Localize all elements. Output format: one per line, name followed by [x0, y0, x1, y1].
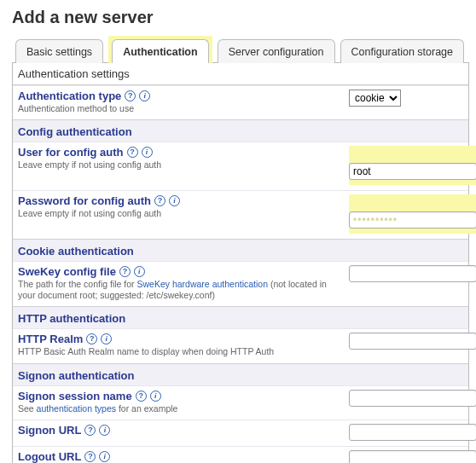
logout-url-label: Logout URL	[18, 450, 81, 463]
help-icon[interactable]	[84, 425, 96, 436]
config-pass-hint: Leave empty if not using config auth	[18, 208, 334, 219]
auth-type-label: Authentication type	[18, 90, 121, 102]
page-title: Add a new server	[12, 8, 469, 27]
help-icon[interactable]	[86, 333, 97, 344]
panel-title: Authentication settings	[13, 63, 468, 85]
config-pass-input[interactable]	[349, 211, 476, 229]
signon-session-input[interactable]	[349, 390, 476, 407]
swekey-link[interactable]: SweKey hardware authentication	[137, 279, 269, 289]
info-icon[interactable]	[169, 195, 180, 206]
row-config-user: User for config auth Leave empty if not …	[13, 142, 468, 190]
section-http-auth: HTTP authentication	[13, 306, 468, 328]
row-auth-type: Authentication type Authentication metho…	[13, 85, 468, 119]
info-icon[interactable]	[139, 90, 150, 101]
config-pass-label: Password for config auth	[18, 194, 151, 207]
help-icon[interactable]	[154, 195, 165, 206]
tab-server-configuration[interactable]: Server configuration	[218, 39, 335, 63]
swekey-label: SweKey config file	[18, 265, 116, 278]
info-icon[interactable]	[99, 451, 110, 462]
tab-authentication[interactable]: Authentication	[112, 39, 209, 63]
highlight-auth-tab: Authentication	[108, 36, 212, 63]
http-realm-label: HTTP Realm	[18, 333, 83, 345]
section-config-auth: Config authentication	[13, 119, 468, 142]
info-icon[interactable]	[134, 266, 145, 277]
signon-url-label: Signon URL	[18, 424, 81, 437]
config-user-label: User for config auth	[18, 146, 124, 159]
config-user-hint: Leave empty if not using config auth	[18, 159, 334, 171]
help-icon[interactable]	[84, 451, 96, 462]
settings-panel: Authentication settings Authentication t…	[12, 62, 469, 463]
http-realm-input[interactable]	[349, 333, 476, 350]
auth-types-link[interactable]: authentication types	[37, 403, 116, 414]
tab-bar: Basic settings Authentication Server con…	[12, 39, 469, 63]
help-icon[interactable]	[136, 391, 147, 402]
row-config-pass: Password for config auth Leave empty if …	[13, 190, 468, 239]
signon-session-hint: See authentication types for an example	[18, 403, 334, 414]
info-icon[interactable]	[150, 391, 161, 402]
signon-url-input[interactable]	[349, 424, 476, 441]
swekey-hint: The path for the config file for SweKey …	[18, 279, 334, 301]
auth-type-hint: Authentication method to use	[18, 103, 334, 114]
row-logout-url: Logout URL	[13, 446, 468, 463]
help-icon[interactable]	[127, 147, 138, 158]
signon-session-label: Signon session name	[18, 390, 132, 402]
section-cookie-auth: Cookie authentication	[13, 239, 468, 261]
info-icon[interactable]	[101, 333, 112, 344]
info-icon[interactable]	[142, 147, 153, 158]
help-icon[interactable]	[125, 90, 136, 101]
tab-basic-settings[interactable]: Basic settings	[15, 39, 103, 63]
row-signon-url: Signon URL	[13, 420, 468, 446]
highlight-config-pass	[349, 194, 476, 234]
config-user-input[interactable]	[349, 163, 476, 180]
help-icon[interactable]	[119, 266, 131, 277]
swekey-input[interactable]	[349, 265, 476, 282]
row-http-realm: HTTP Realm HTTP Basic Auth Realm name to…	[13, 328, 468, 362]
row-swekey: SweKey config file The path for the conf…	[13, 261, 468, 306]
logout-url-input[interactable]	[349, 450, 476, 463]
info-icon[interactable]	[99, 425, 110, 436]
auth-type-select[interactable]: cookie	[349, 90, 401, 107]
highlight-config-user	[349, 146, 476, 185]
row-signon-session: Signon session name See authentication t…	[13, 385, 468, 420]
http-realm-hint: HTTP Basic Auth Realm name to display wh…	[18, 346, 334, 357]
section-signon-auth: Signon authentication	[13, 363, 468, 385]
tab-configuration-storage[interactable]: Configuration storage	[340, 39, 465, 63]
